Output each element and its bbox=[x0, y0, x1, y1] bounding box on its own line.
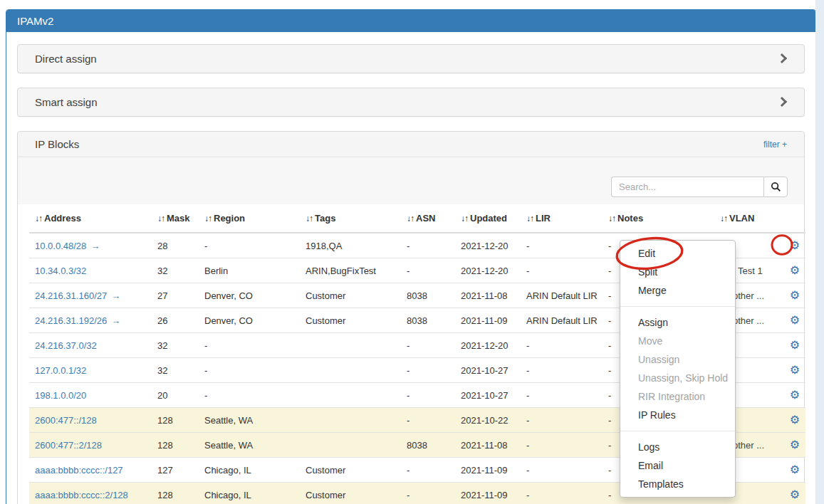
address-cell: 24.216.31.160/27→ bbox=[29, 283, 152, 308]
updated-cell: 2021-10-27 bbox=[455, 383, 521, 408]
column-header-updated[interactable]: ↓↑Updated bbox=[455, 204, 521, 233]
row-actions-gear-button[interactable]: ⚙ bbox=[790, 290, 800, 301]
column-header-address[interactable]: ↓↑Address bbox=[29, 204, 152, 233]
row-context-menu: Edit Split Merge Assign Move Unassign Un… bbox=[620, 240, 736, 498]
ip-blocks-title: IP Blocks bbox=[35, 138, 79, 150]
filter-toggle-link[interactable]: filter + bbox=[763, 140, 787, 149]
sort-arrows-icon: ↓↑ bbox=[157, 214, 165, 224]
context-menu-item-unassign-skip-hold: Unassign, Skip Hold bbox=[620, 369, 735, 387]
mask-cell: 26 bbox=[152, 308, 199, 333]
address-link[interactable]: aaaa:bbbb:cccc::/127 bbox=[35, 465, 123, 476]
region-cell: Seattle, WA bbox=[199, 408, 300, 433]
column-header-notes[interactable]: ↓↑Notes bbox=[603, 204, 714, 233]
direct-assign-label: Direct assign bbox=[35, 53, 97, 65]
row-actions-gear-button[interactable]: ⚙ bbox=[790, 389, 800, 401]
ip-blocks-panel-header: IP Blocks filter + bbox=[18, 132, 804, 157]
updated-cell: 2021-10-22 bbox=[455, 408, 521, 433]
row-actions-gear-button[interactable]: ⚙ bbox=[790, 315, 800, 326]
row-actions-gear-button[interactable]: ⚙ bbox=[790, 464, 800, 476]
sort-arrows-icon: ↓↑ bbox=[720, 214, 727, 224]
context-menu-item-assign[interactable]: Assign bbox=[620, 313, 735, 332]
address-link[interactable]: 2600:477::2/128 bbox=[35, 440, 102, 451]
row-actions-gear-button[interactable]: ⚙ bbox=[790, 265, 800, 276]
address-cell: aaaa:bbbb:cccc::2/128 bbox=[29, 483, 152, 504]
tags-cell: Customer bbox=[300, 458, 401, 483]
tags-cell: Customer bbox=[300, 483, 401, 504]
lir-cell: - bbox=[521, 358, 603, 383]
column-header-mask[interactable]: ↓↑Mask bbox=[152, 204, 199, 233]
asn-cell: 8038 bbox=[401, 308, 455, 333]
row-actions-gear-button[interactable]: ⚙ bbox=[790, 414, 800, 426]
asn-cell: - bbox=[401, 408, 455, 433]
context-menu-item-ip-rules[interactable]: IP Rules bbox=[620, 406, 735, 424]
assigned-arrow-icon: → bbox=[111, 290, 120, 301]
address-link[interactable]: 24.216.31.160/27 bbox=[35, 290, 107, 301]
address-cell: 24.216.31.192/26→ bbox=[29, 308, 152, 333]
search-input[interactable] bbox=[611, 177, 763, 197]
updated-cell: 2021-12-20 bbox=[455, 258, 521, 283]
address-link[interactable]: 10.34.0.3/32 bbox=[35, 266, 86, 276]
region-cell: - bbox=[199, 333, 300, 358]
sort-arrows-icon: ↓↑ bbox=[204, 214, 212, 224]
updated-cell: 2021-10-27 bbox=[455, 358, 521, 383]
actions-cell: ⚙ bbox=[770, 258, 805, 283]
address-link[interactable]: 10.0.0.48/28 bbox=[35, 241, 86, 251]
asn-cell: - bbox=[401, 483, 455, 504]
mask-cell: 32 bbox=[152, 333, 199, 358]
address-link[interactable]: 198.1.0.0/20 bbox=[35, 390, 86, 401]
scrollbar-track[interactable] bbox=[815, 0, 824, 504]
actions-cell: ⚙ bbox=[770, 308, 805, 333]
search-button[interactable] bbox=[763, 177, 788, 197]
lir-cell: - bbox=[521, 458, 603, 483]
region-cell: Chicago, IL bbox=[199, 483, 300, 504]
row-actions-gear-button[interactable]: ⚙ bbox=[790, 364, 800, 376]
row-actions-gear-button[interactable]: ⚙ bbox=[790, 489, 800, 500]
region-cell: Denver, CO bbox=[199, 308, 300, 333]
asn-cell: - bbox=[401, 358, 455, 383]
column-header-region[interactable]: ↓↑Region bbox=[199, 204, 300, 233]
address-link[interactable]: 24.216.37.0/32 bbox=[35, 340, 97, 351]
page-title: IPAMv2 bbox=[6, 10, 815, 32]
updated-cell: 2021-11-08 bbox=[455, 433, 521, 458]
context-menu-item-split[interactable]: Split bbox=[620, 263, 735, 281]
smart-assign-panel-header[interactable]: Smart assign bbox=[17, 88, 805, 117]
asn-cell: - bbox=[401, 333, 455, 358]
context-menu-item-rir-integration: RIR Integration bbox=[620, 387, 735, 406]
address-link[interactable]: 2600:477::/128 bbox=[35, 415, 97, 426]
lir-cell: ARIN Default LIR bbox=[521, 283, 603, 308]
actions-cell: ⚙ bbox=[770, 408, 805, 433]
context-menu-item-templates[interactable]: Templates bbox=[620, 475, 735, 493]
row-actions-gear-button[interactable]: ⚙ bbox=[790, 240, 800, 251]
context-menu-item-logs[interactable]: Logs bbox=[620, 438, 735, 456]
lir-cell: - bbox=[521, 483, 603, 504]
sort-arrows-icon: ↓↑ bbox=[407, 214, 414, 224]
column-header-asn[interactable]: ↓↑ASN bbox=[401, 204, 455, 233]
context-menu-item-email[interactable]: Email bbox=[620, 456, 735, 475]
column-header-vlan[interactable]: ↓↑VLAN bbox=[714, 204, 770, 233]
address-link[interactable]: 24.216.31.192/26 bbox=[35, 315, 107, 326]
column-header-tags[interactable]: ↓↑Tags bbox=[300, 204, 401, 233]
updated-cell: 2021-11-08 bbox=[455, 283, 521, 308]
address-link[interactable]: aaaa:bbbb:cccc::2/128 bbox=[35, 490, 128, 500]
mask-cell: 32 bbox=[152, 358, 199, 383]
tags-cell: Customer bbox=[300, 283, 401, 308]
mask-cell: 27 bbox=[152, 283, 199, 308]
row-actions-gear-button[interactable]: ⚙ bbox=[790, 340, 800, 351]
tags-cell bbox=[300, 433, 401, 458]
column-header-lir[interactable]: ↓↑LIR bbox=[521, 204, 603, 233]
mask-cell: 28 bbox=[152, 233, 199, 258]
context-menu-item-merge[interactable]: Merge bbox=[620, 281, 735, 300]
sort-arrows-icon: ↓↑ bbox=[461, 214, 468, 224]
sort-arrows-icon: ↓↑ bbox=[306, 214, 313, 224]
lir-cell: - bbox=[521, 333, 603, 358]
row-actions-gear-button[interactable]: ⚙ bbox=[790, 439, 800, 451]
direct-assign-panel-header[interactable]: Direct assign bbox=[17, 44, 805, 73]
region-cell: - bbox=[199, 383, 300, 408]
address-link[interactable]: 127.0.0.1/32 bbox=[35, 365, 86, 376]
asn-cell: - bbox=[401, 258, 455, 283]
column-header-actions bbox=[770, 204, 805, 233]
smart-assign-label: Smart assign bbox=[35, 96, 98, 108]
context-menu-item-edit[interactable]: Edit bbox=[620, 244, 735, 263]
mask-cell: 128 bbox=[152, 483, 199, 504]
search-icon bbox=[771, 182, 781, 192]
